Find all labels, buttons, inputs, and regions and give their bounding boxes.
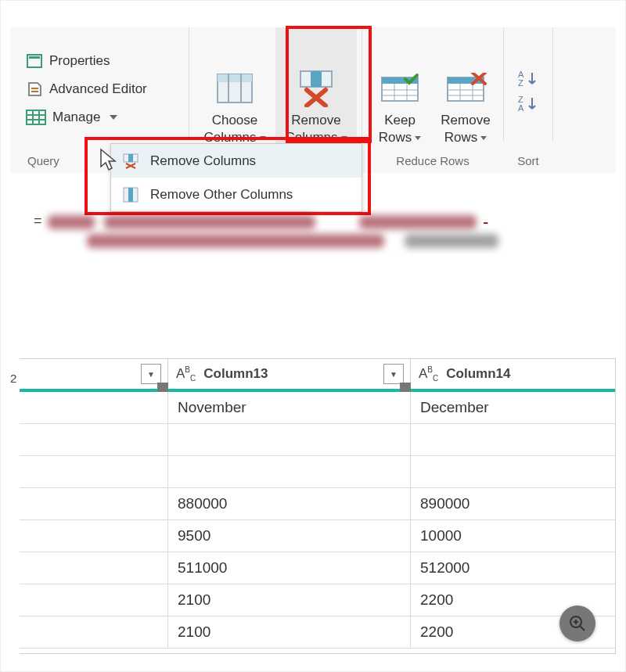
menu-remove-columns-label: Remove Columns: [150, 153, 256, 169]
table-row[interactable]: 21002200: [20, 584, 615, 616]
keep-rows-label-1: Keep: [384, 113, 416, 128]
table-row[interactable]: 21002200: [20, 616, 615, 649]
cell[interactable]: [411, 456, 615, 487]
remove-rows-icon: [444, 73, 487, 104]
table-row[interactable]: 511000512000: [20, 552, 615, 584]
menu-remove-other-columns[interactable]: Remove Other Columns: [111, 178, 362, 211]
svg-rect-32: [128, 154, 133, 162]
advanced-editor-icon: [26, 81, 43, 98]
table-row[interactable]: [20, 456, 615, 488]
cell[interactable]: 512000: [411, 552, 615, 584]
cell[interactable]: [168, 424, 411, 455]
column-filter-button[interactable]: ▼: [141, 364, 161, 384]
choose-columns-icon: [214, 71, 255, 106]
chevron-down-icon: [341, 136, 347, 140]
chevron-down-icon: [110, 115, 117, 120]
grid-body: NovemberDecember880000890000950010000511…: [20, 392, 615, 649]
table-row[interactable]: [20, 424, 615, 456]
cell[interactable]: [20, 488, 168, 519]
remove-other-columns-small-icon: [122, 187, 139, 203]
cell[interactable]: November: [168, 392, 411, 423]
svg-line-36: [580, 626, 585, 631]
cell[interactable]: [20, 616, 168, 648]
cell[interactable]: 880000: [168, 488, 411, 519]
manage-table-icon: [26, 109, 46, 126]
zoom-in-icon: [568, 614, 587, 633]
remove-columns-label-1: Remove: [291, 113, 340, 128]
formula-bar[interactable]: = -: [34, 212, 592, 250]
group-reduce-rows-label: Reduce Rows: [362, 149, 503, 173]
cell[interactable]: [168, 456, 411, 487]
svg-text:Z: Z: [518, 78, 523, 87]
cell[interactable]: 9500: [168, 520, 411, 552]
cell[interactable]: [20, 456, 168, 487]
cell[interactable]: 511000: [168, 552, 411, 584]
chevron-down-icon: [480, 136, 487, 140]
remove-rows-button[interactable]: RemoveRows: [433, 27, 498, 149]
svg-rect-34: [128, 188, 133, 202]
properties-button[interactable]: Properties: [21, 51, 152, 71]
cell[interactable]: 10000: [411, 520, 615, 552]
cell[interactable]: [20, 424, 168, 455]
remove-columns-icon: [296, 70, 336, 107]
keep-rows-label-2: Rows: [379, 130, 412, 145]
svg-rect-2: [31, 91, 38, 92]
remove-columns-menu: Remove Columns Remove Other Columns: [110, 143, 362, 212]
svg-rect-4: [27, 110, 45, 124]
group-cutoff: [553, 27, 616, 173]
advanced-editor-label: Advanced Editor: [49, 81, 147, 97]
manage-label: Manage: [52, 110, 100, 125]
sort-desc-button[interactable]: ZA: [518, 95, 538, 112]
svg-rect-1: [29, 56, 40, 59]
grid-header: ▼ ABC Column13 ▼ ABC Column14: [20, 359, 615, 392]
type-text-icon: ABC: [176, 365, 196, 383]
cell[interactable]: 890000: [411, 488, 615, 519]
cell[interactable]: December: [411, 392, 615, 423]
data-grid[interactable]: ▼ ABC Column13 ▼ ABC Column14 NovemberDe…: [20, 358, 616, 654]
menu-remove-other-columns-label: Remove Other Columns: [150, 187, 293, 203]
cell[interactable]: [20, 392, 168, 423]
remove-rows-label-1: Remove: [441, 113, 490, 128]
remove-rows-label-2: Rows: [444, 130, 478, 145]
svg-text:A: A: [518, 103, 524, 112]
column-header-13[interactable]: ABC Column13 ▼: [168, 359, 411, 389]
properties-label: Properties: [49, 53, 110, 69]
svg-rect-14: [311, 71, 322, 87]
column12-header-fragment: 2: [10, 372, 16, 385]
svg-rect-10: [218, 74, 252, 82]
choose-columns-button[interactable]: ChooseColumns: [194, 27, 275, 149]
table-row[interactable]: 880000890000: [20, 488, 615, 520]
table-row[interactable]: 950010000: [20, 520, 615, 552]
type-text-icon: ABC: [419, 365, 438, 383]
group-reduce-rows: KeepRows RemoveRows Reduce Rows: [362, 27, 503, 173]
sort-asc-button[interactable]: AZ: [518, 70, 538, 87]
remove-columns-small-icon: [122, 153, 139, 169]
menu-remove-columns[interactable]: Remove Columns: [111, 144, 362, 178]
cell[interactable]: 2100: [168, 584, 411, 616]
column-header-14[interactable]: ABC Column14: [411, 359, 615, 389]
zoom-button[interactable]: [559, 606, 595, 641]
group-sort: AZ ZA Sort: [504, 27, 552, 173]
sort-asc-icon: AZ: [518, 70, 538, 87]
column13-label: Column13: [203, 366, 268, 382]
keep-rows-button[interactable]: KeepRows: [367, 27, 433, 149]
advanced-editor-button[interactable]: Advanced Editor: [21, 79, 152, 99]
column-header-12[interactable]: ▼: [20, 359, 168, 389]
remove-columns-button[interactable]: RemoveColumns: [275, 27, 357, 149]
chevron-down-icon: [260, 136, 266, 140]
cutoff-label: [553, 149, 616, 173]
cell[interactable]: [20, 552, 168, 584]
cell[interactable]: [20, 584, 168, 616]
cell[interactable]: [20, 520, 168, 552]
formula-equals: =: [34, 213, 42, 228]
manage-button[interactable]: Manage: [21, 107, 152, 128]
group-sort-label: Sort: [504, 149, 552, 173]
cell[interactable]: [411, 424, 615, 455]
table-row[interactable]: NovemberDecember: [20, 392, 615, 424]
cell[interactable]: 2100: [168, 616, 411, 648]
svg-rect-3: [31, 88, 38, 89]
sort-desc-icon: ZA: [518, 95, 538, 112]
column-filter-button[interactable]: ▼: [383, 364, 404, 384]
chevron-down-icon: [415, 136, 421, 140]
choose-columns-label-1: Choose: [212, 113, 258, 128]
